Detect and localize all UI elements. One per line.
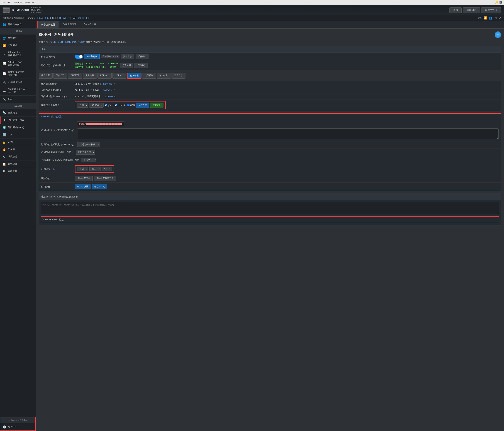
check-update-button[interactable]: 检查并更新 xyxy=(84,54,100,59)
ssid-link-3[interactable]: HH-5G xyxy=(82,17,89,19)
switch-section-body: 科学上网开关 检查并更新 当前版本：4.2.2 更新日志 插件帮助 xyxy=(39,53,501,70)
desc-link-v2ray[interactable]: V2Ray xyxy=(79,41,85,43)
sidebar-item-usb[interactable]: 🔌 USB 相关应用 xyxy=(0,79,36,86)
sub-tab-update[interactable]: 更新管理 xyxy=(127,73,142,79)
sidebar-item-ipv6[interactable]: 🔢 IPv6 xyxy=(0,131,36,139)
delete-sub-button[interactable]: 删除全部订阅节点 xyxy=(94,176,116,181)
browser-icons: 🔑 🖼 xyxy=(495,1,502,4)
sub-url-textarea[interactable] xyxy=(77,129,499,139)
delete-all-button[interactable]: 删除全部节点 xyxy=(75,176,93,181)
firmware-version-link[interactable]: 380.70_0-X7.9 xyxy=(37,17,51,19)
sub-obfs-value: 使用订阅设定 xyxy=(76,150,95,155)
sub-cron-period[interactable]: 每天 每周 xyxy=(90,167,100,171)
cron-enable-select[interactable]: 开启 关闭 xyxy=(77,103,88,108)
chnroute-checkbox[interactable] xyxy=(115,104,117,106)
sub-tab-blacklist[interactable]: 黑白名单 xyxy=(83,73,97,79)
guest-network-icon: 📶 xyxy=(2,44,6,47)
desc-link-ss[interactable]: SS xyxy=(53,41,56,43)
browser-bar: 192.168.2.1/Main_Ss_Content.asp 🔑 🖼 xyxy=(0,0,504,5)
save-schedule-button[interactable]: 保存设置 xyxy=(136,103,149,108)
sub-cron-enable[interactable]: 开启 关闭 xyxy=(77,167,88,171)
page-content: 梅林固件 - 科学上网插件 ↩ 本插件是支持SS、SSR、KoolGame、V2… xyxy=(36,29,504,431)
detailed-status-button[interactable]: 详细状态 xyxy=(135,63,148,68)
logout-button[interactable]: 注销 xyxy=(450,7,462,13)
save-only-button[interactable]: 仅保存设置 xyxy=(75,184,90,189)
main-layout: 🌐 网络设置向导 一般设置 🌐 网络地图 📶 访客网络 🛡 AiProtecti… xyxy=(0,21,504,431)
sidebar-item-setup-wizard[interactable]: 🌐 网络设置向导 xyxy=(0,21,36,28)
svg-rect-0 xyxy=(3,9,10,12)
sub-tab-nodes[interactable]: 节点管理 xyxy=(53,73,67,79)
sub-url-row: 订阅地址管理（支持SSR/v2ray） https://████████████… xyxy=(39,120,501,141)
sub-cron-time[interactable]: 4点 xyxy=(102,167,112,171)
tab-socks5[interactable]: Socks5设置 xyxy=(80,21,100,28)
screenshot-icon: 🖼 xyxy=(499,1,502,4)
sslink-textarea[interactable] xyxy=(41,202,499,214)
wifi-icon: 📶 xyxy=(483,16,487,20)
sub-proxy-select[interactable]: 走代理 不走代理 xyxy=(81,158,96,162)
sidebar-item-aiprotection[interactable]: 🛡 AiProtection 智能网络卫士 xyxy=(0,49,36,59)
gfwlist-checkbox[interactable] xyxy=(105,104,107,106)
subscription-section: SSR/v2ray订阅设置 订阅地址管理（支持SSR/v2ray） https:… xyxy=(39,113,501,191)
desc-link-koolgame[interactable]: KoolGame xyxy=(65,41,76,43)
sub-tab-log[interactable]: 查看日志 xyxy=(171,73,185,79)
schedule-row: 规则定时更新任务 开启 关闭 03:00点 xyxy=(39,100,501,111)
sidebar-item-aicloud[interactable]: ☁ AiCloud 2.0 个人云 2.0 应用 xyxy=(0,86,36,96)
sidebar-item-label-ipv6: IPv6 xyxy=(8,133,12,136)
sub-mode-select[interactable]: 【1】gfwlist模式 全局模式 xyxy=(77,142,100,147)
tab-kexue[interactable]: 科学上网设置 xyxy=(37,21,59,28)
vpn-toggle[interactable] xyxy=(75,55,83,59)
cron-time-select[interactable]: 03:00点 xyxy=(89,103,104,108)
sidebar-item-network-map[interactable]: 🌐 网络地图 xyxy=(0,35,36,42)
sub-tab-account[interactable]: 账号设置 xyxy=(39,73,53,79)
sidebar-item-tools[interactable]: 🔧 Tools xyxy=(0,96,36,103)
sidebar-item-firewall[interactable]: 🔥 防火墙 xyxy=(0,146,36,153)
ssid-link-2[interactable]: HH-WIFI-5G xyxy=(69,17,81,19)
router-logo-area: RT-AC5300 Powered by Merlin & Vortex & k… xyxy=(3,7,44,14)
sidebar-item-sysadmin[interactable]: ⚙ 系统管理 xyxy=(0,153,36,160)
plugin-help-button[interactable]: 插件帮助 xyxy=(135,54,149,59)
chnroute-label: 大陆白名单IP段数量 xyxy=(41,89,73,92)
chevron-down-icon: ▼ xyxy=(495,9,497,11)
sub-obfs-row: 订阅节点混淆参数设定（SSR） 使用订阅设定 xyxy=(39,149,501,156)
sidebar-item-nettools[interactable]: 🛠 网络工具 xyxy=(0,168,36,175)
split-detect-button[interactable]: 分流检测 xyxy=(120,63,133,68)
chnroute-row: 大陆白名单IP段数量 5811 行，最后更新版本： 2020-03-10 xyxy=(39,87,501,93)
reboot-button[interactable]: 重新启动 xyxy=(463,7,480,13)
delete-nodes-value: 删除全部节点 删除全部订阅节点 xyxy=(75,176,116,181)
users-icon: 👥 xyxy=(489,16,492,20)
sidebar-item-wireless[interactable]: 📡 无线网络 xyxy=(0,109,36,116)
sidebar-item-lan[interactable]: 🖧 内部网络(LAN) xyxy=(0,116,36,124)
update-log-button[interactable]: 更新日志 xyxy=(121,54,134,59)
cdn-checkbox[interactable] xyxy=(127,104,129,106)
chnroute-date: 2020-03-10 xyxy=(103,89,115,92)
sub-tab-access[interactable]: 访问控制 xyxy=(142,73,156,79)
tab-loadbalance[interactable]: 负载均衡设置 xyxy=(59,21,80,28)
sidebar-item-syslog[interactable]: 📋 系统记录 xyxy=(0,160,36,168)
sub-obfs-select[interactable]: 使用订阅设定 xyxy=(76,150,95,155)
sidebar-item-wan[interactable]: 🌍 外部网络(WAN) xyxy=(0,124,36,131)
info-bar: 操作模式：无线路由器 Firmware: 380.70_0-X7.9 SSID:… xyxy=(0,15,504,21)
wan-icon: 🌍 xyxy=(2,126,6,129)
sidebar-item-adaptive-qos[interactable]: 📊 Adaptive QoS 网络监控家 xyxy=(0,59,36,69)
cdn-row: 国内域名数量（cdn名单） 72561 条，最后更新版本： 2020-03-10 xyxy=(39,93,501,100)
update-now-button[interactable]: 立即更新 xyxy=(150,103,163,108)
sidebar-item-label-traffic: Traffic Analyzer 流量分析 xyxy=(8,70,24,77)
gfwlist-count: 5583 条，最后更新版本： xyxy=(75,82,102,86)
desc-link-ssr[interactable]: SSR xyxy=(58,41,63,43)
sidebar-item-software-center[interactable]: 💿 软件中心 xyxy=(0,423,35,431)
sub-tab-udp[interactable]: UDP加速 xyxy=(112,73,126,79)
language-button[interactable]: 简体中文 ▼ xyxy=(481,7,501,13)
svg-rect-1 xyxy=(4,8,5,9)
sub-tab-extra[interactable]: 附加功能 xyxy=(157,73,171,79)
sub-tab-kcp[interactable]: KCP加速 xyxy=(98,73,112,79)
back-button[interactable]: ↩ xyxy=(495,31,501,38)
save-subscribe-button[interactable]: 保存并订阅 xyxy=(92,184,107,189)
sidebar-item-guest-network[interactable]: 📶 访客网络 xyxy=(0,42,36,49)
software-center-icon: 💿 xyxy=(3,425,6,429)
sub-tab-dns[interactable]: DNS设置 xyxy=(68,73,82,79)
sub-tab-bar: 账号设置 节点管理 DNS设置 黑白名单 KCP加速 UDP加速 更新管理 访问… xyxy=(39,73,501,79)
sidebar-item-vpn[interactable]: 🔒 VPN xyxy=(0,139,36,146)
sidebar-item-label-aicloud: AiCloud 2.0 个人云 2.0 应用 xyxy=(8,88,27,94)
ssid-link-1[interactable]: HH-WIFI xyxy=(59,17,68,19)
sidebar-item-traffic-analyzer[interactable]: 📈 Traffic Analyzer 流量分析 xyxy=(0,69,36,79)
